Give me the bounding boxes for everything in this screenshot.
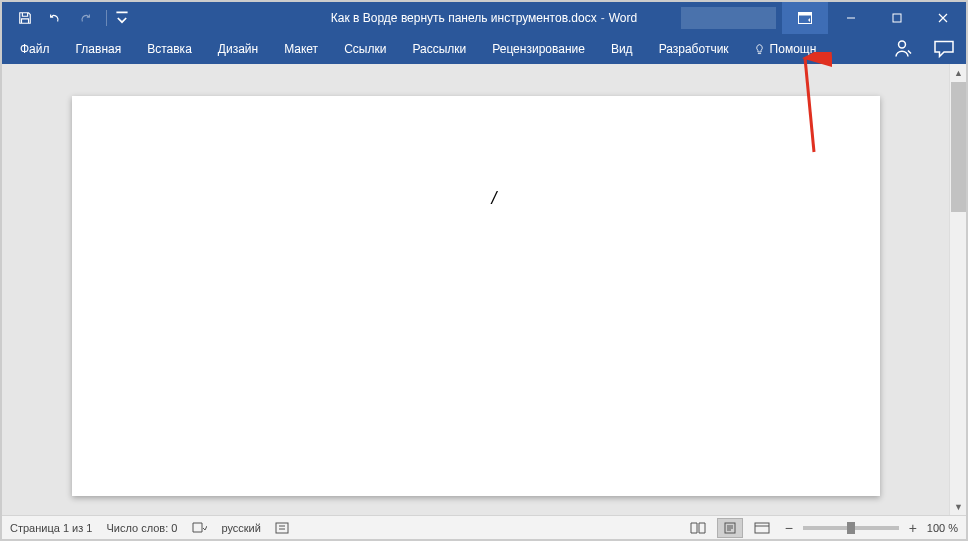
document-area[interactable]: / <box>2 64 949 515</box>
minimize-button[interactable] <box>828 2 874 34</box>
scroll-up-button[interactable]: ▲ <box>950 64 967 81</box>
macro-icon <box>275 521 291 535</box>
close-button[interactable] <box>920 2 966 34</box>
comments-button[interactable] <box>932 37 956 61</box>
tab-review[interactable]: Рецензирование <box>480 34 597 64</box>
close-icon <box>938 13 948 23</box>
svg-rect-2 <box>893 14 901 22</box>
zoom-slider: − + <box>781 520 921 536</box>
svg-point-3 <box>899 41 906 48</box>
vertical-scrollbar[interactable]: ▲ ▼ <box>949 64 966 515</box>
maximize-button[interactable] <box>874 2 920 34</box>
ribbon-display-options-button[interactable] <box>782 2 828 34</box>
comment-icon <box>932 37 956 61</box>
tab-design[interactable]: Дизайн <box>206 34 270 64</box>
window-controls <box>681 2 966 34</box>
tab-file[interactable]: Файл <box>8 34 62 64</box>
status-spellcheck[interactable] <box>191 521 207 535</box>
status-right: − + 100 % <box>685 518 958 538</box>
redo-icon <box>78 11 92 25</box>
zoom-out-button[interactable]: − <box>781 520 797 536</box>
read-mode-icon <box>690 522 706 534</box>
ribbon-display-icon <box>798 12 812 24</box>
print-layout-icon <box>722 522 738 534</box>
tab-insert[interactable]: Вставка <box>135 34 204 64</box>
save-icon <box>18 11 32 25</box>
tell-me-search[interactable]: Помощн <box>743 42 827 56</box>
zoom-thumb[interactable] <box>847 522 855 534</box>
share-icon <box>890 37 914 61</box>
tab-home[interactable]: Главная <box>64 34 134 64</box>
share-button[interactable] <box>890 37 914 61</box>
svg-rect-5 <box>276 523 288 533</box>
document-page[interactable]: / <box>72 96 880 496</box>
title-bar: Как в Ворде вернуть панель инструментов.… <box>2 2 966 34</box>
web-layout-icon <box>754 522 770 534</box>
qat-separator <box>106 10 107 26</box>
tab-layout[interactable]: Макет <box>272 34 330 64</box>
tab-references[interactable]: Ссылки <box>332 34 398 64</box>
workspace: / ▲ ▼ <box>2 64 966 515</box>
tab-developer[interactable]: Разработчик <box>647 34 741 64</box>
account-area[interactable] <box>681 7 776 29</box>
tab-view[interactable]: Вид <box>599 34 645 64</box>
undo-icon <box>48 11 62 25</box>
zoom-track[interactable] <box>803 526 899 530</box>
view-print-layout[interactable] <box>717 518 743 538</box>
text-cursor-glyph: / <box>492 188 497 209</box>
window-title: Как в Ворде вернуть панель инструментов.… <box>331 11 637 25</box>
status-bar: Страница 1 из 1 Число слов: 0 русский − … <box>2 515 966 539</box>
tab-mailings[interactable]: Рассылки <box>400 34 478 64</box>
quick-access-toolbar <box>2 5 129 31</box>
zoom-level[interactable]: 100 % <box>927 522 958 534</box>
view-read-mode[interactable] <box>685 518 711 538</box>
title-separator: - <box>601 11 605 25</box>
status-page[interactable]: Страница 1 из 1 <box>10 522 92 534</box>
status-language[interactable]: русский <box>221 522 260 534</box>
scroll-thumb[interactable] <box>951 82 966 212</box>
svg-rect-1 <box>799 13 812 16</box>
qat-customize-button[interactable] <box>115 5 129 31</box>
zoom-in-button[interactable]: + <box>905 520 921 536</box>
svg-rect-7 <box>755 523 769 533</box>
save-button[interactable] <box>12 5 38 31</box>
document-filename: Как в Ворде вернуть панель инструментов.… <box>331 11 597 25</box>
view-web-layout[interactable] <box>749 518 775 538</box>
status-macro[interactable] <box>275 521 291 535</box>
scroll-down-button[interactable]: ▼ <box>950 498 967 515</box>
tell-me-label: Помощн <box>770 42 817 56</box>
maximize-icon <box>892 13 902 23</box>
redo-button[interactable] <box>72 5 98 31</box>
ribbon-right-controls <box>890 37 956 61</box>
ribbon-tabs: Файл Главная Вставка Дизайн Макет Ссылки… <box>2 34 966 64</box>
app-name: Word <box>609 11 637 25</box>
status-word-count[interactable]: Число слов: 0 <box>106 522 177 534</box>
lightbulb-icon <box>753 43 766 56</box>
spellcheck-icon <box>191 521 207 535</box>
chevron-down-icon <box>115 11 129 25</box>
minimize-icon <box>846 13 856 23</box>
undo-button[interactable] <box>42 5 68 31</box>
